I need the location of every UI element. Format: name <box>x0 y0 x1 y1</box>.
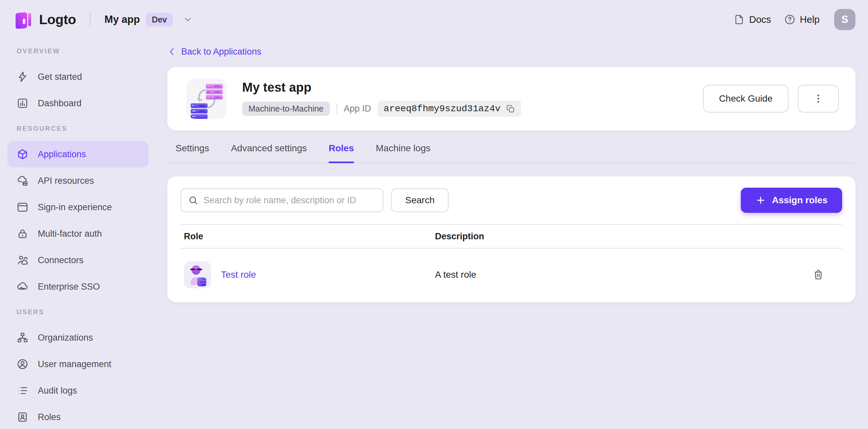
sidebar-item-label: API resources <box>38 176 94 186</box>
tenant-switcher[interactable]: My app Dev <box>104 13 193 27</box>
table-row: Test role A test role <box>181 249 842 301</box>
sidebar-item-label: Multi-factor auth <box>38 229 102 239</box>
cube-icon <box>17 148 29 160</box>
tab-advanced-settings[interactable]: Advanced settings <box>231 143 307 163</box>
app-id-value: areeq8fhmy9szud31az4v <box>384 104 501 114</box>
roles-panel: Search Assign roles Role Description <box>167 176 856 302</box>
docs-button[interactable]: Docs <box>734 14 771 25</box>
brand-name: Logto <box>39 12 76 28</box>
lightning-icon <box>17 71 29 83</box>
cloud-key-icon <box>17 281 29 293</box>
back-to-applications-link[interactable]: Back to Applications <box>167 45 261 58</box>
sidebar-item-get-started[interactable]: Get started <box>7 64 148 90</box>
assign-roles-button[interactable]: Assign roles <box>741 188 842 213</box>
chevron-down-icon <box>183 14 193 25</box>
role-description: A test role <box>435 269 476 280</box>
sidebar-item-roles[interactable]: Roles <box>7 404 148 429</box>
app-title: My test app <box>242 80 521 95</box>
sidebar-section-overview: OVERVIEW <box>17 47 156 55</box>
app-header-card: My test app Machine-to-Machine App ID ar… <box>167 67 856 130</box>
logto-logo[interactable]: Logto <box>12 9 76 30</box>
sidebar-section-users: USERS <box>17 308 156 316</box>
avatar-initial: S <box>841 13 848 26</box>
role-search-input[interactable] <box>204 195 376 205</box>
sidebar-item-audit-logs[interactable]: Audit logs <box>7 377 148 404</box>
sidebar-item-label: Dashboard <box>38 98 82 108</box>
tenant-name: My app <box>104 13 140 26</box>
meta-divider <box>337 103 337 114</box>
sidebar-item-label: Sign-in experience <box>38 202 112 212</box>
roles-table-header: Role Description <box>181 224 842 249</box>
search-button-label: Search <box>405 195 435 205</box>
dev-badge: Dev <box>146 13 173 27</box>
sidebar-item-sign-in-experience[interactable]: Sign-in experience <box>7 194 148 221</box>
docs-label: Docs <box>749 14 771 25</box>
logto-logo-icon <box>12 9 34 30</box>
sidebar-item-label: Enterprise SSO <box>38 282 100 292</box>
column-header-description: Description <box>435 231 842 242</box>
sidebar-item-enterprise-sso[interactable]: Enterprise SSO <box>7 273 148 300</box>
sidebar-item-label: User management <box>38 359 111 369</box>
copy-icon <box>506 104 515 113</box>
id-card-icon <box>17 411 29 423</box>
chevron-left-icon <box>167 47 177 56</box>
header-divider <box>90 12 90 27</box>
tab-machine-logs[interactable]: Machine logs <box>376 143 430 163</box>
sidebar-item-label: Organizations <box>38 333 93 343</box>
main-content: Back to Applications <box>167 39 856 302</box>
search-button[interactable]: Search <box>391 188 448 212</box>
search-icon <box>188 195 198 205</box>
sidebar-item-label: Connectors <box>38 255 84 265</box>
assign-roles-label: Assign roles <box>772 195 828 205</box>
org-chart-icon <box>17 332 29 343</box>
trash-icon <box>812 268 825 281</box>
sidebar: OVERVIEW Get started Dashboard RESOURCES… <box>0 39 156 429</box>
role-icon <box>184 261 211 288</box>
plus-icon <box>755 195 766 205</box>
sidebar-item-applications[interactable]: Applications <box>7 141 148 167</box>
sidebar-item-organizations[interactable]: Organizations <box>7 324 148 351</box>
machine-to-machine-app-icon <box>187 78 227 119</box>
cloud-server-icon <box>17 175 29 187</box>
app-id-label: App ID <box>344 104 371 114</box>
list-icon <box>17 385 29 397</box>
tab-settings[interactable]: Settings <box>176 143 209 163</box>
sidebar-item-label: Get started <box>38 72 82 82</box>
dashboard-icon <box>17 97 29 109</box>
check-guide-button[interactable]: Check Guide <box>703 85 788 112</box>
sidebar-item-label: Audit logs <box>38 386 77 396</box>
lock-icon <box>17 228 29 240</box>
app-id-chip[interactable]: areeq8fhmy9szud31az4v <box>378 101 521 117</box>
delete-role-button[interactable] <box>811 267 826 282</box>
roles-table: Role Description <box>181 224 842 301</box>
app-detail-tabs: Settings Advanced settings Roles Machine… <box>167 130 856 163</box>
kebab-menu-icon <box>812 93 824 105</box>
top-bar: Logto My app Dev Docs Help S <box>0 0 868 39</box>
sidebar-item-label: Applications <box>38 149 86 160</box>
back-link-label: Back to Applications <box>181 47 261 57</box>
roles-toolbar: Search Assign roles <box>181 188 842 213</box>
browser-icon <box>17 201 29 213</box>
sidebar-item-user-management[interactable]: User management <box>7 351 148 377</box>
check-guide-label: Check Guide <box>719 93 773 104</box>
help-label: Help <box>800 14 819 25</box>
role-search-box <box>181 188 383 212</box>
column-header-role: Role <box>181 231 435 242</box>
question-circle-icon <box>784 14 796 25</box>
document-icon <box>734 14 745 25</box>
role-name-link[interactable]: Test role <box>221 269 256 280</box>
sidebar-item-dashboard[interactable]: Dashboard <box>7 90 148 117</box>
sidebar-item-connectors[interactable]: Connectors <box>7 247 148 273</box>
user-avatar[interactable]: S <box>834 9 856 30</box>
tab-roles[interactable]: Roles <box>329 143 354 163</box>
sidebar-item-label: Roles <box>38 412 61 422</box>
user-circle-icon <box>17 358 29 370</box>
sidebar-item-multi-factor-auth[interactable]: Multi-factor auth <box>7 221 148 247</box>
person-cloud-icon <box>17 254 29 266</box>
sidebar-item-api-resources[interactable]: API resources <box>7 167 148 194</box>
app-type-badge: Machine-to-Machine <box>242 102 330 116</box>
help-button[interactable]: Help <box>784 14 819 25</box>
sidebar-section-resources: RESOURCES <box>17 125 156 132</box>
more-actions-button[interactable] <box>798 85 839 112</box>
